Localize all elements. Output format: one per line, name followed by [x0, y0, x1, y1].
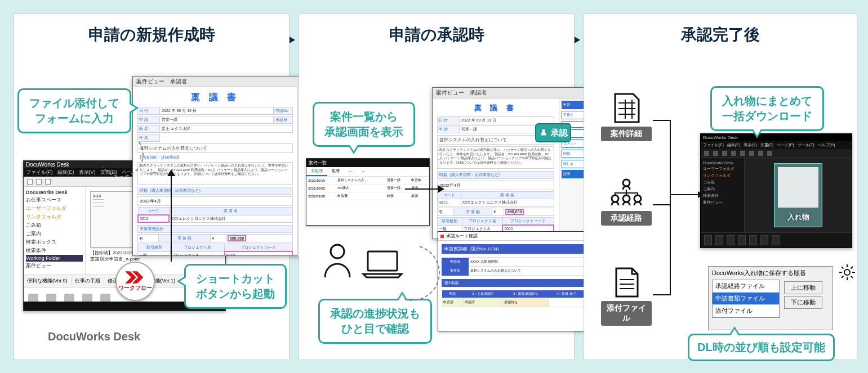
move-up-button[interactable]: 上に移動: [784, 281, 822, 294]
workflow-shortcut-badge[interactable]: ワークフロー: [115, 262, 155, 301]
container-object[interactable]: 入れ物: [774, 163, 822, 227]
stage-panel-approve: 申請の承認時 案件一覧 未処理 処理 … … 2022/10/19基幹システムの…: [299, 14, 575, 360]
menu[interactable]: ヘルプ(H): [818, 142, 835, 148]
menu[interactable]: ファイル(F): [703, 142, 724, 148]
tree-item[interactable]: 案件ビュー: [26, 262, 83, 270]
tree-item[interactable]: ごみ箱: [703, 179, 742, 186]
workflow-label: ワークフロー: [118, 284, 152, 292]
tool-icon[interactable]: [758, 151, 763, 156]
tree-item[interactable]: リンクフォルダ: [703, 172, 742, 179]
toolbar-icon[interactable]: [45, 179, 51, 185]
tab[interactable]: 処理: [327, 167, 344, 176]
download-order-dialog[interactable]: DocuWorks入れ物に保存する順番 承認経路ファイル 申請書類ファイル 添付…: [708, 266, 833, 330]
tree-item[interactable]: お仕事スペース: [26, 196, 83, 204]
menu[interactable]: 文書(D): [760, 142, 774, 148]
dw-menu[interactable]: ファイル(F): [26, 169, 53, 176]
payee-table: コード業 者 名 0012XXXエレクトロニクス株式会社: [137, 207, 293, 223]
thumb[interactable]: [738, 235, 746, 245]
stamp-label: 承認: [551, 128, 568, 138]
tab[interactable]: …: [357, 167, 370, 176]
tool-icon[interactable]: [713, 151, 718, 156]
dw-folder-tree[interactable]: DocuWorks Desk お仕事スペース ユーザーフォルダ リンクフォルダ …: [24, 187, 86, 275]
thumb[interactable]: [715, 235, 723, 245]
field-value[interactable]: 2022 年 09 月 19 日: [160, 107, 274, 115]
progress-section: 第1承認: [442, 279, 585, 287]
tab[interactable]: 未処理: [306, 167, 327, 176]
schedule-value[interactable]: 2022年4月: [137, 196, 293, 206]
toolbar-icon[interactable]: [36, 179, 42, 185]
dw-menu[interactable]: 編集(E): [57, 169, 74, 176]
purpose-text[interactable]: 現在スクラッチシステムの老朽化に伴い、パッケージ製品への入れ替えを行いたく、本件…: [137, 162, 293, 185]
approve-stamp[interactable]: 承認: [535, 123, 571, 142]
list-item-selected[interactable]: 申請書類ファイル: [713, 293, 779, 305]
tab[interactable]: 仕事の手順: [72, 277, 104, 285]
menu[interactable]: 表示(V): [744, 142, 756, 148]
toolbar-icon[interactable]: [27, 179, 33, 185]
td[interactable]: XXXエレクトロニクス株式会社: [169, 215, 292, 222]
viewer-tree[interactable]: DocuWorks Desk ユーザーフォルダ リンクフォルダ ごみ箱 ご案内 …: [701, 158, 745, 232]
svg-point-6: [844, 269, 850, 275]
callout-open-approval: 案件一覧から 承認画面を表示: [313, 102, 415, 147]
menu[interactable]: ページ(P): [777, 142, 794, 148]
tool-icon[interactable]: [740, 151, 745, 156]
tool-icon[interactable]: [704, 151, 709, 156]
viewer-bottom-thumbs[interactable]: [701, 232, 852, 247]
th: プロジェクト名: [171, 244, 225, 252]
tree-item[interactable]: Working Folder: [26, 255, 83, 262]
merge-arrow: [670, 194, 698, 195]
case-list-tabs[interactable]: 未処理 処理 … …: [306, 167, 429, 177]
viewer-menubar[interactable]: ファイル(F) 編集(E) 表示(V) 文書(D) ページ(P) ツール(T) …: [701, 141, 852, 149]
move-down-button[interactable]: 下に移動: [784, 296, 822, 309]
stage-title-3: 承認完了後: [584, 14, 857, 50]
thumb[interactable]: [760, 235, 768, 245]
case-list-window[interactable]: 案件一覧 未処理 処理 … … 2022/10/19基幹システムの入…営業一課申…: [306, 158, 430, 226]
purpose: 現在スクラッチシステムの老朽化に伴い、パッケージ製品への入れ替えを行いたく、本件…: [437, 146, 554, 169]
tool-icon[interactable]: [749, 151, 754, 156]
thumb[interactable]: [704, 235, 712, 245]
dw-menu[interactable]: 表示(V): [79, 169, 96, 176]
tree-item[interactable]: 検索条件: [26, 246, 83, 255]
thumb[interactable]: [772, 235, 780, 245]
thumb[interactable]: [727, 235, 735, 245]
callout-shortcut-launch: ショートカット ボタンから起動: [184, 264, 287, 309]
menu[interactable]: ツール(T): [798, 142, 814, 148]
tree-item[interactable]: DocuWorks Desk: [703, 160, 742, 165]
tree-item[interactable]: リンクフォルダ: [26, 213, 83, 221]
field-value[interactable]: 営業一課: [160, 116, 274, 124]
form-area: 稟 議 書 日 付2022 年 09 月 19 日 申 請営業一課 基幹システム…: [433, 98, 559, 239]
order-listbox[interactable]: 承認経路ファイル 申請書類ファイル 添付ファイル: [712, 280, 780, 318]
viewer-toolbar[interactable]: [701, 149, 852, 158]
field-value[interactable]: 富士 エクス太郎: [160, 125, 293, 133]
order-dialog-title: DocuWorks入れ物に保存する順番: [709, 267, 833, 280]
tree-item[interactable]: 検索条件: [703, 192, 742, 199]
straight-arrow: [171, 172, 172, 262]
list-item[interactable]: 添付ファイル: [713, 305, 779, 317]
tab[interactable]: …: [344, 167, 357, 176]
td[interactable]: 0015: [225, 251, 292, 256]
subject-input[interactable]: 基幹システムの入れ替えについて: [137, 143, 293, 153]
document-thumbnail[interactable]: 稟議書――――――――――――: [90, 191, 135, 248]
menu[interactable]: 編集(E): [727, 142, 740, 148]
td[interactable]: 一般: [138, 251, 171, 256]
tree-item[interactable]: ごみ箱: [26, 221, 83, 230]
tree-item[interactable]: ユーザーフォルダ: [703, 165, 742, 172]
tool-icon[interactable]: [722, 151, 727, 156]
tree-root[interactable]: DocuWorks Desk: [26, 189, 83, 196]
tree-item[interactable]: 案件ビュー: [703, 199, 742, 206]
tree-item[interactable]: ご案内: [703, 186, 742, 192]
tree-item[interactable]: 検索ボックス: [26, 238, 83, 246]
tree-item[interactable]: ご案内: [26, 230, 83, 238]
thumb[interactable]: [749, 235, 757, 245]
td[interactable]: 890,000: [226, 235, 292, 242]
tab[interactable]: 便利な機能(Ver.9): [24, 277, 72, 285]
td[interactable]: 0012: [138, 215, 169, 222]
field-label: 申請No: [274, 107, 293, 115]
tool-icon[interactable]: [767, 151, 772, 156]
ringi-form-area: 稟 議 書 日 付 2022 年 09 月 19 日 申請No 申 請 営業一課…: [133, 87, 297, 256]
td[interactable]: プロジェクトA: [171, 251, 225, 256]
tool-icon[interactable]: [731, 151, 736, 156]
td[interactable]: 有: [138, 235, 159, 242]
list-item[interactable]: 承認経路ファイル: [713, 280, 779, 293]
case-list-title: 案件一覧: [306, 159, 429, 167]
tree-item[interactable]: ユーザーフォルダ: [26, 204, 83, 213]
